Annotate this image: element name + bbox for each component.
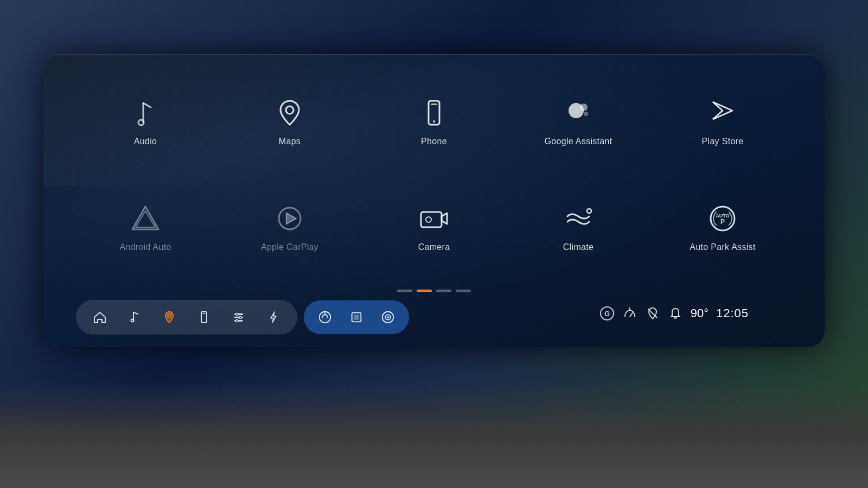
app-auto-park-assist[interactable]: AUTO P Auto Park Assist bbox=[653, 176, 792, 277]
app-camera[interactable]: Camera bbox=[365, 176, 503, 277]
nav-left-group bbox=[76, 300, 297, 335]
svg-text:P: P bbox=[720, 218, 725, 226]
svg-point-4 bbox=[433, 120, 435, 123]
speed-status-icon bbox=[622, 306, 637, 321]
svg-rect-31 bbox=[354, 314, 359, 319]
temperature-display: 90° bbox=[691, 306, 709, 320]
app-grid: Audio Maps Phone bbox=[43, 54, 825, 287]
svg-line-38 bbox=[630, 313, 633, 317]
svg-point-34 bbox=[387, 316, 389, 318]
nav-drive-mode-1-button[interactable] bbox=[312, 305, 337, 330]
maps-icon bbox=[272, 95, 307, 130]
android-auto-label: Android Auto bbox=[119, 242, 171, 252]
app-phone[interactable]: Phone bbox=[365, 70, 503, 171]
bell-status-icon bbox=[668, 306, 683, 321]
svg-point-1 bbox=[286, 106, 293, 114]
page-dot-2[interactable] bbox=[417, 290, 432, 292]
apple-carplay-icon bbox=[272, 201, 307, 236]
nav-settings-button[interactable] bbox=[226, 304, 252, 330]
climate-icon bbox=[561, 201, 596, 236]
app-play-store[interactable]: Play Store bbox=[653, 70, 792, 171]
status-bar: G bbox=[599, 306, 749, 321]
nav-home-button[interactable] bbox=[87, 304, 113, 330]
google-assistant-icon bbox=[561, 95, 596, 130]
dashboard-frame bbox=[0, 380, 868, 488]
page-dot-1[interactable] bbox=[397, 290, 412, 292]
auto-park-assist-icon: AUTO P bbox=[705, 201, 740, 236]
nav-ev-button[interactable] bbox=[260, 304, 286, 330]
svg-point-15 bbox=[587, 209, 591, 213]
auto-park-assist-label: Auto Park Assist bbox=[690, 242, 755, 252]
audio-label: Audio bbox=[134, 137, 157, 146]
apple-carplay-label: Apple CarPlay bbox=[261, 242, 318, 252]
nav-location-button[interactable] bbox=[156, 304, 182, 330]
phone-icon bbox=[417, 95, 451, 130]
app-climate[interactable]: Climate bbox=[509, 176, 648, 277]
location-status-icon bbox=[645, 306, 660, 321]
google-assistant-label: Google Assistant bbox=[545, 137, 612, 146]
nav-drive-mode-3-button[interactable] bbox=[375, 305, 400, 330]
android-auto-icon bbox=[128, 201, 163, 236]
nav-music-button[interactable] bbox=[122, 304, 148, 330]
svg-text:G: G bbox=[604, 310, 610, 318]
bottom-nav: G bbox=[76, 298, 792, 336]
page-indicators bbox=[43, 287, 825, 297]
maps-label: Maps bbox=[279, 137, 301, 146]
svg-point-27 bbox=[239, 317, 241, 319]
app-maps[interactable]: Maps bbox=[220, 70, 359, 171]
nav-phone-button[interactable] bbox=[191, 304, 217, 330]
svg-point-28 bbox=[236, 320, 238, 322]
main-screen: Audio Maps Phone bbox=[43, 54, 825, 347]
app-android-auto[interactable]: Android Auto bbox=[76, 176, 215, 277]
play-store-icon bbox=[705, 95, 740, 130]
svg-point-7 bbox=[584, 112, 588, 116]
nav-drive-mode-2-button[interactable] bbox=[344, 305, 369, 330]
app-apple-carplay[interactable]: Apple CarPlay bbox=[220, 176, 359, 277]
play-store-label: Play Store bbox=[702, 137, 744, 146]
camera-label: Camera bbox=[418, 242, 450, 252]
svg-marker-11 bbox=[286, 213, 296, 224]
page-dot-3[interactable] bbox=[436, 290, 451, 292]
svg-point-14 bbox=[426, 217, 431, 222]
audio-icon bbox=[128, 95, 163, 130]
svg-point-6 bbox=[580, 104, 588, 111]
google-status-icon: G bbox=[599, 306, 615, 321]
camera-icon bbox=[417, 201, 451, 236]
page-dot-4[interactable] bbox=[456, 290, 471, 292]
climate-label: Climate bbox=[563, 242, 593, 252]
nav-right-group bbox=[304, 300, 409, 334]
app-audio[interactable]: Audio bbox=[76, 70, 215, 171]
svg-point-26 bbox=[236, 313, 238, 316]
phone-label: Phone bbox=[421, 137, 447, 146]
time-display: 12:05 bbox=[716, 306, 749, 320]
app-google-assistant[interactable]: Google Assistant bbox=[509, 70, 648, 171]
svg-point-0 bbox=[138, 120, 144, 125]
svg-point-19 bbox=[131, 319, 134, 322]
